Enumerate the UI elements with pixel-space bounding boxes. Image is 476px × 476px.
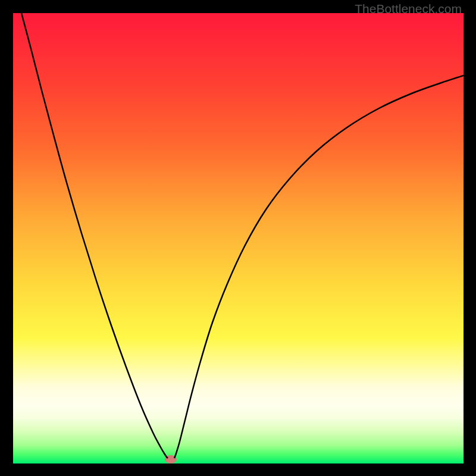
chart-background: [13, 13, 464, 464]
watermark: TheBottleneck.com: [355, 2, 462, 16]
chart-container: [13, 13, 464, 464]
chart-svg: [13, 13, 464, 464]
